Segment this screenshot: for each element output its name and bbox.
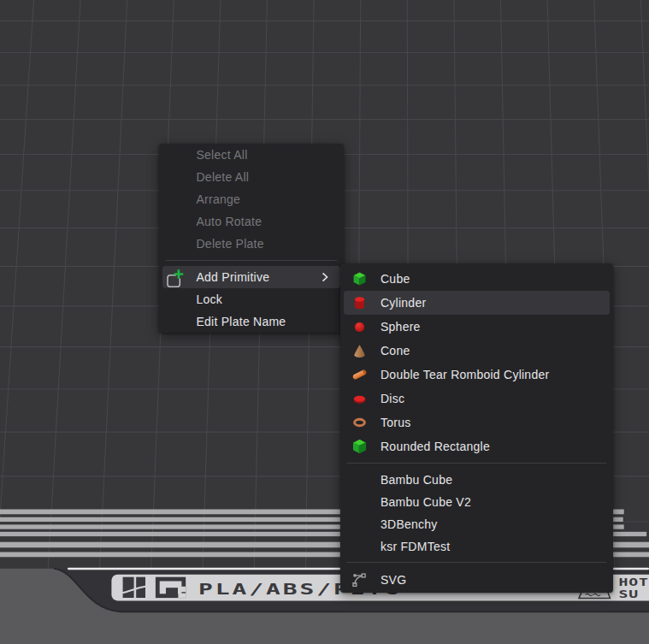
submenu-item-3dbenchy[interactable]: 3DBenchy — [344, 513, 610, 535]
menu-item-label: Delete Plate — [197, 237, 264, 251]
rounded-rectangle-icon — [352, 439, 367, 453]
submenu-item-cylinder[interactable]: Cylinder — [344, 291, 610, 315]
menu-item-label: Arrange — [197, 192, 241, 206]
bambu-logo — [121, 577, 146, 598]
submenu-item-cone[interactable]: Cone — [344, 339, 610, 363]
submenu-item-label: Bambu Cube V2 — [344, 495, 471, 509]
menu-item-add-primitive[interactable]: Add Primitive — [162, 266, 340, 288]
menu-item-delete-all[interactable]: Delete All — [162, 166, 340, 188]
menu-separator — [166, 260, 337, 261]
cone-icon — [352, 343, 367, 357]
menu-item-edit-plate-name[interactable]: Edit Plate Name — [162, 310, 340, 333]
submenu-item-label: Bambu Cube — [344, 473, 452, 487]
romboid-cylinder-icon — [352, 367, 367, 381]
submenu-separator — [347, 463, 606, 464]
submenu-item-sphere[interactable]: Sphere — [344, 315, 610, 339]
submenu-separator — [347, 562, 606, 563]
disc-icon — [352, 391, 367, 405]
menu-item-arrange[interactable]: Arrange — [162, 188, 340, 210]
submenu-item-svg[interactable]: SVG — [344, 568, 610, 592]
submenu-item-label: 3DBenchy — [344, 517, 438, 531]
submenu-item-cube[interactable]: Cube — [344, 267, 610, 291]
submenu-chevron-icon — [322, 273, 328, 282]
submenu-item-rounded-rectangle[interactable]: Rounded Rectangle — [344, 434, 610, 458]
submenu-item-torus[interactable]: Torus — [344, 411, 610, 434]
menu-item-delete-plate[interactable]: Delete Plate — [162, 233, 340, 255]
add-primitive-submenu: Cube Cylinder Sphere Cone — [340, 263, 613, 593]
bezier-curve-icon — [352, 572, 367, 587]
submenu-item-romboid-cylinder[interactable]: Double Tear Romboid Cylinder — [344, 363, 610, 387]
context-menu: Select All Delete All Arrange Auto Rotat… — [159, 144, 344, 334]
menu-item-label: Add Primitive — [197, 270, 270, 284]
submenu-item-bambu-cube[interactable]: Bambu Cube — [344, 469, 610, 491]
submenu-item-bambu-cube-v2[interactable]: Bambu Cube V2 — [344, 491, 610, 513]
sphere-icon — [352, 319, 367, 334]
submenu-item-label: Double Tear Romboid Cylinder — [344, 368, 549, 381]
menu-item-label: Lock — [197, 292, 223, 306]
menu-item-label: Edit Plate Name — [197, 315, 286, 328]
submenu-item-disc[interactable]: Disc — [344, 387, 610, 411]
menu-item-lock[interactable]: Lock — [162, 288, 340, 310]
cylinder-icon — [352, 295, 367, 310]
menu-item-auto-rotate[interactable]: Auto Rotate — [162, 210, 340, 233]
menu-item-label: Select All — [197, 148, 248, 162]
add-primitive-icon — [166, 267, 185, 287]
hot-surface-warning-line1: HOT — [619, 576, 649, 588]
submenu-item-ksr-fdmtest[interactable]: ksr FDMTest — [344, 535, 610, 558]
menu-item-label: Delete All — [197, 170, 250, 184]
menu-item-select-all[interactable]: Select All — [162, 144, 340, 166]
hot-surface-warning-line2: SU — [619, 588, 640, 600]
torus-icon — [352, 415, 367, 429]
submenu-item-label: ksr FDMTest — [344, 540, 450, 553]
menu-item-label: Auto Rotate — [197, 215, 263, 228]
cube-icon — [352, 271, 367, 286]
